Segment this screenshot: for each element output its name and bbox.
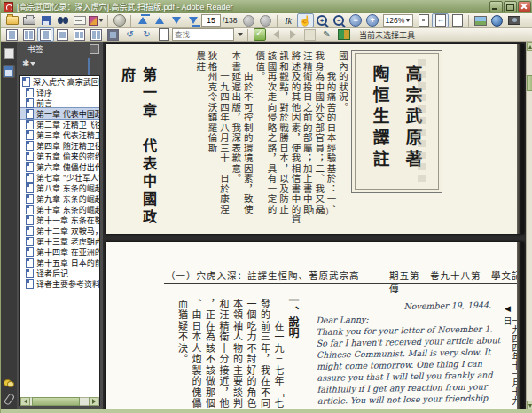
picture-tasks-button[interactable] xyxy=(472,13,489,27)
panel-menu-button[interactable] xyxy=(90,44,99,54)
bookmark-page-icon xyxy=(26,173,34,183)
new-bookmark-button[interactable] xyxy=(88,59,90,75)
bookmark-item[interactable]: 第四章 随汪精卫往东 xyxy=(20,140,99,151)
find-previous-button[interactable] xyxy=(268,27,285,42)
marquee-zoom-out-button[interactable] xyxy=(331,13,348,27)
scrollbar-thumb[interactable] xyxy=(527,75,532,91)
layout-single-column-button[interactable] xyxy=(54,27,71,42)
fit-width-button[interactable] xyxy=(432,13,449,27)
close-button[interactable] xyxy=(518,1,531,12)
scroll-left-arrow[interactable] xyxy=(20,397,30,406)
bookmark-page-icon xyxy=(26,258,34,268)
bookmark-item[interactable]: 译序 xyxy=(20,87,99,97)
find-input[interactable] xyxy=(172,28,234,41)
find-next-button[interactable] xyxy=(285,27,301,42)
bookmark-label: 深入虎穴 高宗武回忆 xyxy=(33,76,99,87)
text-column: 我身為中國外交部官員；二、我又是 xyxy=(313,51,325,230)
bookmark-item[interactable]: 第五章 偷来的密约 xyxy=(20,151,99,161)
bookmark-item[interactable]: 第十一章 东条在鞍上 xyxy=(20,214,99,225)
arrow-down-icon xyxy=(172,17,181,24)
last-page-button[interactable] xyxy=(184,13,201,27)
bookmark-item[interactable]: 译者主要参考资料 xyxy=(20,278,99,289)
comments-panel-button[interactable] xyxy=(3,377,15,390)
bookmarks-panel-button[interactable] xyxy=(3,65,15,78)
pages-panel-button[interactable] xyxy=(3,47,15,60)
layout-two-up-button[interactable] xyxy=(71,27,88,42)
vertical-scrollbar[interactable] xyxy=(526,42,532,409)
layout-two-up-continuous-button[interactable] xyxy=(88,27,105,42)
layout-continuous-button[interactable] xyxy=(20,27,37,42)
text-column: 一九四四年八月三十一日於康涅 xyxy=(218,51,230,230)
save-button[interactable] xyxy=(37,13,54,27)
print-button[interactable] xyxy=(20,13,37,27)
open-button[interactable] xyxy=(4,13,20,27)
snapshot-button[interactable] xyxy=(505,13,522,27)
bookmark-item[interactable]: 第十二章 双鞍马，小 xyxy=(20,225,99,236)
bookmark-page-icon xyxy=(26,205,34,214)
bookmark-item[interactable]: 第十章 东条的崛起， xyxy=(20,204,99,214)
select-tool-button[interactable] xyxy=(280,13,297,27)
author-title-box: 高宗武原著 陶恒生譯註 xyxy=(351,50,442,193)
page-number-input[interactable] xyxy=(201,14,221,27)
page-preview-button[interactable] xyxy=(155,27,172,42)
scroll-down-arrow[interactable] xyxy=(527,401,532,409)
rotate-clockwise-button[interactable] xyxy=(138,27,155,42)
layout-fit-window-button[interactable] xyxy=(37,27,54,42)
attachments-panel-button[interactable] xyxy=(3,393,15,406)
search-again-button[interactable] xyxy=(251,27,268,42)
find-button[interactable] xyxy=(54,13,71,27)
bookmark-item[interactable]: 第十四章 在亚洲的野 xyxy=(20,246,99,257)
bookmark-item[interactable]: 第一章 代表中国政府 xyxy=(20,108,99,119)
actual-size-button[interactable] xyxy=(415,13,432,27)
bookmarks-horizontal-scrollbar[interactable] xyxy=(20,397,99,406)
marquee-zoom-in-button[interactable] xyxy=(314,13,331,27)
bookmark-label: 第四章 随汪精卫往东 xyxy=(36,140,99,151)
first-page-icon xyxy=(141,14,150,16)
bookmark-item[interactable]: 第二章 汪精卫飞往河 xyxy=(20,119,99,129)
layout-single-page-button[interactable] xyxy=(4,27,20,42)
email-button[interactable] xyxy=(71,13,88,27)
bookmark-page-icon xyxy=(26,269,34,278)
maximize-button[interactable] xyxy=(504,1,517,12)
text-column: 而猶疑不決。 xyxy=(175,299,189,409)
bookmark-item[interactable]: 第七章 "少壮军人"的 xyxy=(20,172,99,183)
next-view-button[interactable] xyxy=(257,13,274,27)
sign-pen-button[interactable] xyxy=(318,27,335,42)
page1-body-text: 國內的狀況。 我的痛苦的日本經驗基於：一、我身為中國外交部官員；二、我又是汪精衛… xyxy=(191,51,348,230)
rotate-counterclockwise-button[interactable] xyxy=(121,27,138,42)
bookmark-item[interactable]: 前言 xyxy=(20,97,99,108)
first-page-button[interactable] xyxy=(134,13,151,27)
zoom-level-select[interactable]: 126% xyxy=(383,14,414,27)
scroll-right-arrow[interactable] xyxy=(89,397,98,406)
bookmark-item[interactable]: 译者后记 xyxy=(20,268,99,278)
previous-page-button[interactable] xyxy=(151,13,168,27)
bookmark-item[interactable]: 第九章 东条的崛起， xyxy=(20,193,99,204)
previous-view-round-button[interactable] xyxy=(111,13,128,27)
bookmark-item[interactable]: 深入虎穴 高宗武回忆 xyxy=(20,76,99,87)
minimize-button[interactable] xyxy=(489,1,503,12)
bookmark-item[interactable]: 第三章 代表汪精卫 xyxy=(20,129,99,140)
bookmark-label: 前言 xyxy=(36,97,52,108)
zoom-in-button[interactable] xyxy=(364,13,381,27)
layout-full-screen-button[interactable] xyxy=(105,27,121,42)
bookmark-options-button[interactable] xyxy=(22,59,35,68)
previous-view-button[interactable] xyxy=(240,13,257,27)
next-page-button[interactable] xyxy=(168,13,184,27)
stamp-tool-button[interactable] xyxy=(335,27,352,42)
bookmark-item[interactable]: 第八章 东条的崛起， xyxy=(20,183,99,193)
tools-dropdown-button[interactable] xyxy=(88,13,105,27)
bookmark-label: 第十章 东条的崛起， xyxy=(36,204,99,214)
hand-tool-button[interactable] xyxy=(297,13,314,27)
text-column: ，正在為該不該做那個如 xyxy=(202,299,216,409)
bookmark-label: 译者后记 xyxy=(36,268,68,278)
zoom-out-button[interactable] xyxy=(348,13,364,27)
bookmark-item[interactable]: 第十五章 日本的前途 xyxy=(20,257,99,268)
dropdown-caret-icon xyxy=(405,19,411,22)
fit-page-button[interactable] xyxy=(449,13,466,27)
scrollbar-thumb[interactable] xyxy=(32,397,80,406)
review-comment-button[interactable] xyxy=(489,13,505,27)
find-options-button[interactable] xyxy=(234,27,245,42)
scroll-up-arrow[interactable] xyxy=(527,42,532,51)
bookmark-item[interactable]: 第十三章 老虎朝西看 xyxy=(20,236,99,246)
bookmark-item[interactable]: 第六章 傀儡付出代价 xyxy=(20,161,99,172)
